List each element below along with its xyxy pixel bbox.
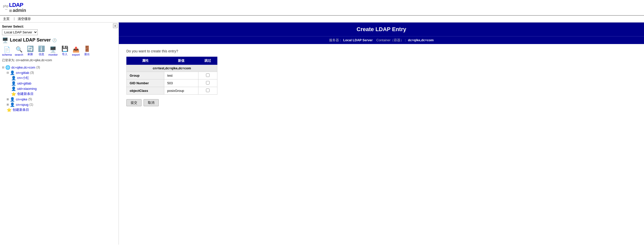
tree-gitlab-new-entry: ⭐ 创建新条目 [11,92,117,96]
uid-gitlab-label[interactable]: uid=gitlab [17,81,31,85]
skip-objectclass-checkbox[interactable] [206,89,210,92]
gitlab-toggle[interactable]: ⊟ [7,71,9,74]
schema-icon: 📄 [3,46,11,53]
root-toggle[interactable]: ⊟ [2,66,4,69]
spug-user-icon: 👤 [10,102,15,107]
tree-uid-xiaoming: 👤 uid=xiaoming [11,86,117,91]
spug-label[interactable]: cn=spug [16,103,29,107]
qike-label[interactable]: cn=qike [16,97,27,101]
logo-ldap-dash: ─ [5,8,9,11]
xiaohong-user-icon: 👤 [11,76,16,80]
clear-cache-link[interactable]: 清空缓存 [18,17,31,21]
sidebar-expand-button[interactable]: + [113,24,118,28]
spug-count: (1) [30,103,33,106]
xiaohong-label[interactable]: cn=小红 [17,76,29,80]
toolbar-search[interactable]: 🔍 search [15,46,23,56]
tree-root: ⊟ 🌐 dc=qike,dc=com (3) ⊟ 👤 cn=gitlab [2,65,117,112]
header: php ─ LDAP ⊞ admin [0,0,644,16]
toolbar-import[interactable]: 💾 导入 [61,45,69,56]
content-title-bar: Create LDAP Entry [119,23,644,36]
toolbar: 📄 schema 🔍 search 🔄 刷新 ℹ️ 信息 🖥️ monitor … [2,45,117,56]
toolbar-info[interactable]: ℹ️ 信息 [37,45,45,56]
tree-gitlab: ⊟ 👤 cn=gitlab (3) 👤 cn=小红 [7,70,117,96]
import-icon: 💾 [61,45,69,52]
tree-qike-item[interactable]: ⊞ 👤 cn=qike (5) [7,97,117,102]
gitlab-new-entry-label[interactable]: 创建新条目 [17,92,34,96]
attr-gid: GID Number [127,79,164,87]
server-select-dropdown[interactable]: Local LDAP Server [2,29,117,35]
content-subtitle-bar: 服务器： Local LDAP Server Container（容器）： dc… [119,36,644,44]
export-icon: 📤 [72,46,80,53]
nav-separator: 丨 [13,17,16,21]
form-question: Do you want to create this entry? [126,49,636,53]
directory-tree: ⊟ 🌐 dc=qike,dc=com (3) ⊟ 👤 cn=gitlab [2,65,117,112]
tree-uid-xiaoming-item[interactable]: 👤 uid=xiaoming [11,86,117,91]
clock-icon: 🕐 [52,38,57,42]
logout-label: 退出 [84,52,90,56]
skip-group[interactable] [198,72,217,79]
login-info: 已登录为: cn=admin,dc=qike,dc=com [2,58,117,62]
tree-uid-gitlab-item[interactable]: 👤 uid=gitlab [11,81,117,86]
root-new-entry-star-icon: ⭐ [7,108,12,112]
tree-gitlab-new-entry-item[interactable]: ⭐ 创建新条目 [11,92,117,96]
toolbar-export[interactable]: 📤 export [72,46,80,56]
skip-gid[interactable] [198,79,217,87]
table-row: objectClass posixGroup [127,87,217,94]
col-value-header: 新值 [164,57,198,65]
server-monitor-icon: 🖥️ [2,37,8,43]
qike-toggle[interactable]: ⊞ [7,98,9,101]
gitlab-label[interactable]: cn=gitlab [16,71,29,75]
tree-spug-item[interactable]: ⊞ 👤 cn=spug (1) [7,102,117,107]
form-buttons: 提交 取消 [126,99,636,106]
server-select[interactable]: Local LDAP Server [2,29,38,35]
skip-group-checkbox[interactable] [206,73,210,77]
toolbar-refresh[interactable]: 🔄 刷新 [26,45,34,56]
value-group: test [164,72,198,79]
submit-button[interactable]: 提交 [126,99,142,106]
tree-gitlab-item[interactable]: ⊟ 👤 cn=gitlab (3) [7,70,117,75]
cancel-button[interactable]: 取消 [144,99,159,106]
tree-root-item[interactable]: ⊟ 🌐 dc=qike,dc=com (3) [2,65,117,70]
toolbar-schema[interactable]: 📄 schema [2,46,12,56]
home-link[interactable]: 主页 [3,17,10,21]
uid-xiaoming-user-icon: 👤 [11,86,16,91]
import-label: 导入 [62,52,67,56]
skip-gid-checkbox[interactable] [206,81,210,85]
server-select-label: Server Select: [2,25,117,28]
subtitle-server-label: 服务器： [329,38,342,42]
tree-root-new-entry-item[interactable]: ⭐ 创建新条目 [7,108,117,112]
export-label: export [72,53,80,56]
info-icon: ℹ️ [37,45,45,52]
col-skip-header: 跳过 [198,57,217,65]
navbar: 主页 丨 清空缓存 [0,16,644,23]
uid-xiaoming-label[interactable]: uid=xiaoming [17,87,37,91]
toolbar-monitor[interactable]: 🖥️ monitor [49,46,58,56]
subtitle-server-value: Local LDAP Server [343,38,373,42]
form-area: Do you want to create this entry? 属性 新值 … [119,44,644,111]
tree-xiaohong-item[interactable]: 👤 cn=小红 [11,76,117,80]
logo: php ─ LDAP ⊞ admin [3,2,26,13]
monitor-icon: 🖥️ [49,46,57,53]
toolbar-logout[interactable]: 🚪 退出 [83,45,91,56]
col-attr-header: 属性 [127,57,164,65]
new-entry-star-icon: ⭐ [11,92,16,96]
refresh-icon: 🔄 [26,45,34,52]
tree-xiaohong: 👤 cn=小红 [11,76,117,80]
dn-row: cn=test,dc=qike,dc=com [127,65,217,72]
skip-objectclass[interactable] [198,87,217,94]
entry-table: 属性 新值 跳过 cn=test,dc=qike,dc=com Group te… [126,57,217,95]
refresh-label: 刷新 [28,52,33,56]
spug-toggle[interactable]: ⊞ [7,103,9,106]
root-count: (3) [36,66,40,69]
search-icon: 🔍 [15,46,23,53]
tree-uid-gitlab: 👤 uid=gitlab [11,81,117,86]
gitlab-count: (3) [30,71,34,74]
tree-root-new-entry: ⭐ 创建新条目 [7,108,117,112]
table-row: GID Number 503 [127,79,217,87]
uid-gitlab-user-icon: 👤 [11,81,16,86]
attr-objectclass: objectClass [127,87,164,94]
schema-label: schema [2,53,12,56]
root-label[interactable]: dc=qike,dc=com [11,66,35,69]
qike-count: (5) [28,97,32,101]
root-new-entry-label[interactable]: 创建新条目 [13,108,29,112]
